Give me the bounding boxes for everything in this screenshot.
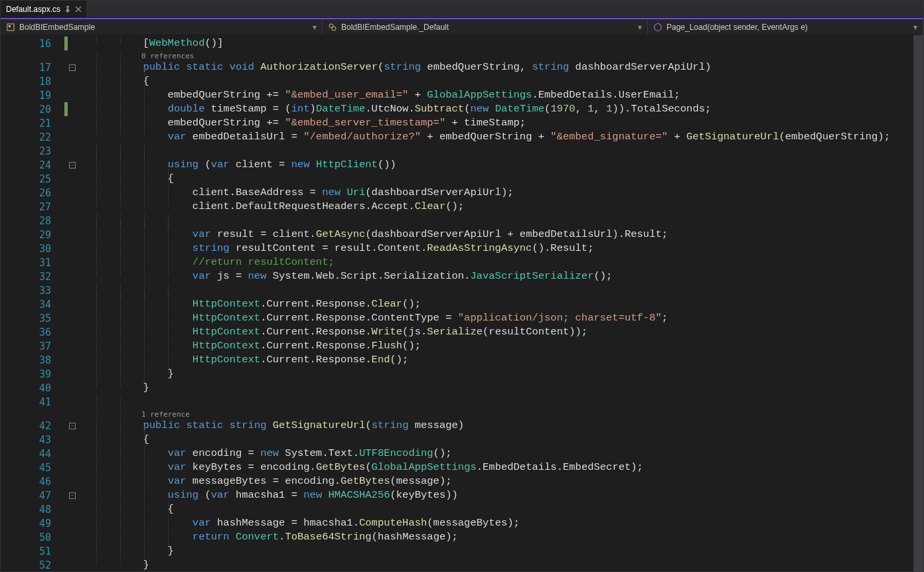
code-text[interactable]: HttpContext.Current.Response.End(); (91, 353, 408, 367)
code-text[interactable]: var messageBytes = encoding.GetBytes(mes… (91, 474, 452, 488)
code-line: 21 embedQuerString += "&embed_server_tim… (1, 116, 913, 130)
method-dropdown[interactable]: Page_Load(object sender, EventArgs e) ▾ (648, 19, 923, 35)
fold-toggle[interactable]: − (69, 492, 76, 499)
code-text[interactable]: client.BaseAddress = new Uri(dashboardSe… (91, 186, 514, 200)
code-text[interactable]: var hashMessage = hmacsha1.ComputeHash(m… (91, 516, 520, 530)
code-line: 32 var js = new System.Web.Script.Serial… (1, 269, 913, 283)
code-line: 37 HttpContext.Current.Response.Flush(); (1, 339, 913, 353)
code-text[interactable]: } (91, 381, 149, 395)
code-line: 36 HttpContext.Current.Response.Write(js… (1, 325, 913, 339)
code-text[interactable]: var result = client.GetAsync(dashboardSe… (91, 228, 668, 242)
line-number: 48 (1, 504, 64, 516)
close-icon[interactable] (75, 6, 82, 13)
code-text[interactable]: public static void AuthorizationServer(s… (91, 60, 711, 74)
code-text[interactable]: string resultContent = result.Content.Re… (91, 242, 593, 255)
code-text[interactable]: double timeStamp = (int)DateTime.UtcNow.… (91, 102, 711, 116)
code-line: 25 { (1, 172, 913, 186)
navigation-bar: BoldBIEmbedSample ▾ BoldBIEmbedSample._D… (1, 19, 923, 35)
line-number: 39 (1, 368, 64, 380)
line-number: 19 (1, 90, 64, 102)
line-number: 50 (1, 532, 64, 543)
code-line: 33 (1, 283, 913, 297)
code-line: 50 return Convert.ToBase64String(hashMes… (1, 530, 913, 544)
namespace-dropdown[interactable]: BoldBIEmbedSample ▾ (1, 19, 323, 35)
code-line: 17 − public static void AuthorizationSer… (1, 60, 913, 74)
code-text[interactable]: using (var hmacsha1 = new HMACSHA256(key… (91, 488, 458, 502)
class-icon (328, 23, 337, 32)
line-number: 37 (1, 340, 64, 352)
line-number: 40 (1, 382, 64, 394)
line-number: 31 (1, 257, 64, 269)
code-line: 40 } (1, 381, 913, 395)
vertical-scrollbar[interactable] (913, 35, 923, 571)
svg-rect-1 (9, 25, 11, 27)
line-number: 21 (1, 117, 64, 129)
code-line: 51 } (1, 544, 913, 558)
code-text[interactable]: embedQuerString += "&embed_user_email=" … (91, 88, 680, 102)
code-text[interactable]: using (var client = new HttpClient()) (91, 158, 396, 172)
code-line: 18 { (1, 74, 913, 88)
code-text[interactable]: var embedDetailsUrl = "/embed/authorize?… (91, 130, 890, 144)
line-number: 45 (1, 462, 64, 474)
line-number: 52 (1, 559, 64, 571)
code-line: 48 { (1, 502, 913, 516)
code-text[interactable]: { (91, 502, 174, 516)
codelens[interactable]: 0 references (1, 50, 913, 60)
code-line: 27 client.DefaultRequestHeaders.Accept.C… (1, 200, 913, 214)
line-number: 26 (1, 187, 64, 199)
line-number: 36 (1, 326, 64, 338)
code-text[interactable]: client.DefaultRequestHeaders.Accept.Clea… (91, 200, 464, 214)
code-text[interactable]: HttpContext.Current.Response.Clear(); (91, 297, 421, 311)
namespace-label: BoldBIEmbedSample (19, 23, 95, 32)
svg-point-3 (332, 27, 336, 31)
line-number: 34 (1, 299, 64, 311)
code-line: 44 var encoding = new System.Text.UTF8En… (1, 447, 913, 461)
line-number: 20 (1, 104, 64, 115)
line-number: 49 (1, 518, 64, 530)
codelens[interactable]: 1 reference (1, 409, 913, 419)
line-number: 32 (1, 271, 64, 283)
code-text[interactable]: HttpContext.Current.Response.Flush(); (91, 339, 421, 353)
line-number: 23 (1, 145, 64, 157)
line-number: 17 (1, 62, 64, 74)
chevron-down-icon: ▾ (313, 23, 317, 32)
fold-toggle[interactable]: − (69, 64, 76, 71)
code-text[interactable]: [WebMethod()] (91, 36, 223, 50)
line-number: 35 (1, 313, 64, 324)
code-line: 35 HttpContext.Current.Response.ContentT… (1, 311, 913, 325)
code-text[interactable]: embedQuerString += "&embed_server_timest… (91, 116, 526, 130)
line-number: 33 (1, 285, 64, 297)
line-number: 42 (1, 420, 64, 432)
pin-icon[interactable] (64, 6, 71, 13)
code-text[interactable]: public static string GetSignatureUrl(str… (91, 419, 464, 433)
tab-default-aspx-cs[interactable]: Default.aspx.cs (1, 1, 88, 17)
line-number: 18 (1, 76, 64, 88)
code-line: 38 HttpContext.Current.Response.End(); (1, 353, 913, 367)
line-number: 28 (1, 215, 64, 227)
code-text[interactable]: HttpContext.Current.Response.Write(js.Se… (91, 325, 587, 339)
code-text[interactable]: { (91, 172, 174, 186)
code-line: 47 − using (var hmacsha1 = new HMACSHA25… (1, 488, 913, 502)
code-text[interactable]: var keyBytes = encoding.GetBytes(GlobalA… (91, 461, 643, 474)
code-line: 34 HttpContext.Current.Response.Clear(); (1, 297, 913, 311)
code-area[interactable]: 16 [WebMethod()] 0 references 17 − publi… (1, 35, 913, 571)
code-line: 45 var keyBytes = encoding.GetBytes(Glob… (1, 461, 913, 474)
code-line: 42 − public static string GetSignatureUr… (1, 419, 913, 433)
code-text[interactable]: return Convert.ToBase64String(hashMessag… (91, 530, 458, 544)
class-dropdown[interactable]: BoldBIEmbedSample._Default ▾ (323, 19, 648, 35)
code-text[interactable]: } (91, 367, 174, 381)
code-text[interactable]: } (91, 544, 174, 558)
code-text[interactable]: var encoding = new System.Text.UTF8Encod… (91, 447, 452, 461)
fold-toggle[interactable]: − (69, 162, 76, 169)
code-text[interactable]: //return resultContent; (91, 255, 335, 269)
line-number: 29 (1, 229, 64, 241)
code-line: 43 { (1, 433, 913, 447)
fold-toggle[interactable]: − (69, 423, 76, 429)
code-text[interactable]: } (91, 558, 149, 571)
tab-filename: Default.aspx.cs (6, 5, 60, 14)
method-icon (653, 23, 662, 32)
code-line: 23 (1, 144, 913, 158)
code-text[interactable]: var js = new System.Web.Script.Serializa… (91, 269, 612, 283)
code-line: 20 double timeStamp = (int)DateTime.UtcN… (1, 102, 913, 116)
code-text[interactable]: HttpContext.Current.Response.ContentType… (91, 311, 668, 325)
